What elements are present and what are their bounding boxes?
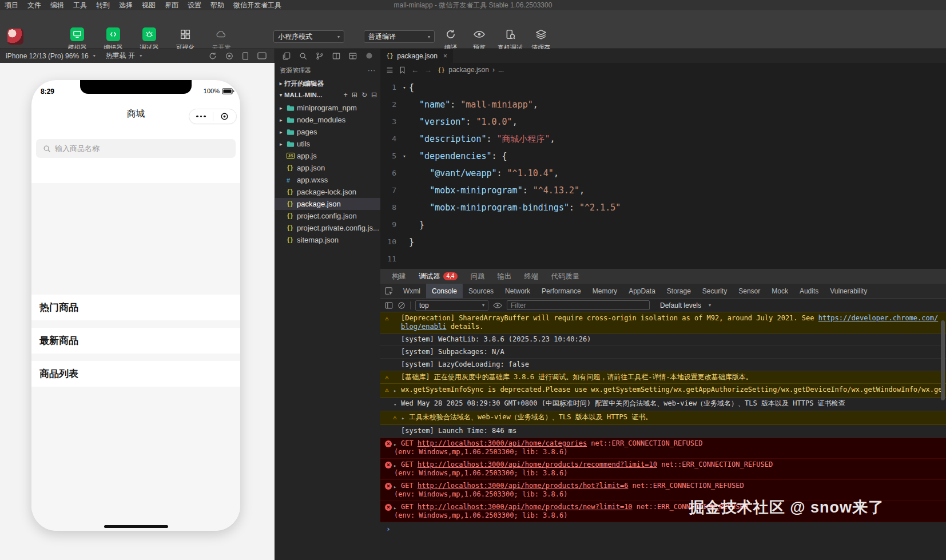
log-levels-select[interactable]: Default levels ▾ (660, 301, 711, 309)
panel-tab-构建[interactable]: 构建 (392, 272, 406, 281)
console-link[interactable]: http://localhost:3000/api/home/products/… (418, 482, 628, 490)
panel-tab-代码质量[interactable]: 代码质量 (551, 272, 579, 281)
mode-select[interactable]: 小程序模式 ▾ (273, 30, 344, 43)
clear-console-icon[interactable] (398, 301, 406, 309)
tree-folder-node_modules[interactable]: ▸node_modules (275, 114, 380, 126)
devtools-tab-memory[interactable]: Memory (587, 284, 623, 299)
panel-tab-调试器[interactable]: 调试器4,4 (419, 272, 458, 281)
phone-frame-icon[interactable] (242, 52, 249, 60)
console-link[interactable]: http://localhost:3000/api/home/products/… (418, 460, 657, 468)
console-context-select[interactable]: top ▾ (415, 300, 488, 311)
section-product-list[interactable]: 商品列表 (31, 361, 240, 387)
section-hot-products[interactable]: 热门商品 (31, 295, 240, 320)
tree-file-app.js[interactable]: JSapp.js (275, 150, 380, 162)
menu-item-编辑[interactable]: 编辑 (46, 0, 69, 10)
layout-grid-icon[interactable] (349, 52, 357, 60)
collapse-all-icon[interactable]: ⊟ (371, 91, 377, 99)
devtools-tab-sources[interactable]: Sources (463, 284, 499, 299)
devtools-tab-appdata[interactable]: AppData (623, 284, 661, 299)
open-editors-row[interactable]: ▸ 打开的编辑器 (275, 78, 380, 89)
bookmark-icon[interactable] (399, 66, 406, 74)
tree-file-app.json[interactable]: {}app.json (275, 162, 380, 174)
panel-tab-终端[interactable]: 终端 (524, 272, 538, 281)
outline-icon[interactable] (386, 66, 393, 74)
devtools-tab-console[interactable]: Console (426, 284, 463, 299)
tree-folder-miniprogram_npm[interactable]: ▸miniprogram_npm (275, 102, 380, 114)
console-link[interactable]: http://localhost:3000/api/home/products/… (418, 503, 633, 511)
breadcrumb[interactable]: {} package.json › ... (438, 66, 504, 74)
tree-folder-pages[interactable]: ▸pages (275, 126, 380, 138)
tree-file-sitemap.json[interactable]: {}sitemap.json (275, 234, 380, 246)
devtools-tab-security[interactable]: Security (697, 284, 733, 299)
refresh-icon[interactable]: ↻ (361, 91, 367, 99)
menu-item-转到[interactable]: 转到 (92, 0, 114, 10)
product-search-input[interactable]: 输入商品名称 (36, 139, 236, 158)
console-link[interactable]: http://localhost:3000/api/home/categorie… (418, 439, 587, 447)
code-editor[interactable]: 1▾{2 "name": "mall-miniapp",3 "version":… (380, 77, 946, 269)
fold-icon[interactable]: ▾ (400, 79, 409, 96)
tab-package-json[interactable]: {} package.json × (380, 49, 453, 63)
panel-tab-问题[interactable]: 问题 (470, 272, 484, 281)
more-menu-button[interactable] (189, 109, 213, 124)
nav-forward-icon[interactable]: → (424, 66, 432, 74)
tree-file-project.private.config.js...[interactable]: {}project.private.config.js... (275, 222, 380, 234)
record-icon[interactable] (225, 52, 233, 60)
git-branch-icon[interactable] (316, 52, 324, 60)
inspect-element-icon[interactable] (380, 287, 398, 295)
expand-arrow-icon[interactable]: ▸ (402, 413, 409, 423)
tree-file-app.wxss[interactable]: #app.wxss (275, 174, 380, 186)
menu-item-选择[interactable]: 选择 (114, 0, 137, 10)
expand-arrow-icon[interactable]: ▾ (393, 399, 401, 409)
devtools-tab-wxml[interactable]: Wxml (398, 284, 426, 299)
json-file-icon: {} (386, 52, 393, 59)
console-prompt[interactable]: › (380, 522, 946, 535)
new-folder-icon[interactable]: ⊞ (352, 91, 357, 99)
device-select[interactable]: iPhone 12/13 (Pro) 96% 16 ▾ (6, 52, 96, 60)
avatar[interactable] (7, 29, 23, 45)
devtools-tab-vulnerability[interactable]: Vulnerability (824, 284, 873, 299)
section-new-products[interactable]: 最新商品 (31, 328, 240, 354)
minimize-target-button[interactable] (213, 109, 237, 124)
menu-item-微信开发者工具[interactable]: 微信开发者工具 (229, 0, 286, 10)
split-editor-icon[interactable] (332, 52, 340, 60)
devtools-tab-performance[interactable]: Performance (536, 284, 587, 299)
tree-file-package-lock.json[interactable]: {}package-lock.json (275, 186, 380, 198)
devtools-tab-audits[interactable]: Audits (794, 284, 824, 299)
tablet-frame-icon[interactable] (257, 52, 267, 59)
menu-item-工具[interactable]: 工具 (69, 0, 92, 10)
expand-arrow-icon[interactable]: ▸ (393, 386, 401, 395)
close-icon[interactable]: × (443, 52, 447, 60)
devtools-tab-network[interactable]: Network (499, 284, 536, 299)
more-actions-icon[interactable]: ··· (368, 67, 376, 74)
panel-tab-输出[interactable]: 输出 (497, 272, 511, 281)
devtools-tab-mock[interactable]: Mock (766, 284, 794, 299)
nav-back-icon[interactable]: ← (411, 66, 419, 74)
devtools-tab-sensor[interactable]: Sensor (733, 284, 766, 299)
menu-item-视图[interactable]: 视图 (137, 0, 160, 10)
menu-item-设置[interactable]: 设置 (183, 0, 206, 10)
tree-folder-utils[interactable]: ▸utils (275, 138, 380, 150)
menu-item-帮助[interactable]: 帮助 (206, 0, 229, 10)
project-root-row[interactable]: ▾ MALL-MIN... + ⊞ ↻ ⊟ (275, 89, 380, 101)
fold-icon[interactable]: ▾ (400, 148, 409, 165)
devtools-tab-storage[interactable]: Storage (661, 284, 697, 299)
new-file-icon[interactable]: + (344, 91, 348, 99)
rotate-device-icon[interactable] (209, 52, 217, 60)
hot-reload-toggle[interactable]: 热重载 开 ▾ (106, 51, 142, 61)
theme-circle-icon[interactable] (365, 52, 373, 59)
live-expression-eye-icon[interactable] (493, 302, 502, 309)
compile-mode-select[interactable]: 普通编译 ▾ (364, 30, 435, 43)
menu-item-界面[interactable]: 界面 (160, 0, 183, 10)
console-output[interactable]: ⚠[Deprecation] SharedArrayBuffer will re… (380, 312, 946, 560)
search-icon[interactable] (299, 52, 307, 60)
menu-item-文件[interactable]: 文件 (23, 0, 46, 10)
tree-file-package.json[interactable]: {}package.json (275, 198, 380, 210)
console-filter-input[interactable] (507, 300, 650, 310)
menu-item-项目[interactable]: 项目 (0, 0, 23, 10)
explorer-icon-strip (275, 49, 380, 63)
tree-file-project.config.json[interactable]: {}project.config.json (275, 210, 380, 222)
console-sidebar-icon[interactable] (385, 301, 393, 309)
console-scrollbar[interactable] (941, 320, 945, 400)
files-icon[interactable] (283, 52, 291, 60)
console-link[interactable]: https://developer.chrome.com/blog/enabli (401, 314, 938, 331)
